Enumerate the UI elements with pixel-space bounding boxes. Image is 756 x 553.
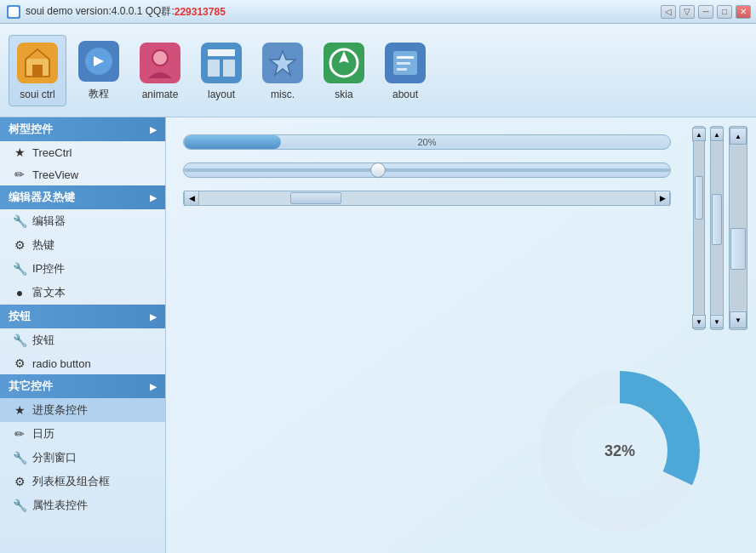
horizontal-scrollbar[interactable]: ◀ ▶: [183, 191, 671, 206]
toolbar-label-about: about: [392, 88, 418, 100]
sidebar-group-arrow-other-controls: ▶: [150, 382, 157, 391]
vscroll3-thumb[interactable]: [730, 228, 746, 270]
sidebar-group-label-editor-hotkey: 编辑器及热键: [9, 190, 75, 205]
content-area: 20% ◀ ▶ ▲ ▼: [166, 117, 756, 553]
sidebar-item-icon-hotkey: ⚙: [12, 238, 27, 252]
svg-rect-0: [9, 7, 19, 17]
svg-rect-10: [208, 49, 235, 56]
vscroll1-thumb[interactable]: [695, 176, 703, 219]
svg-rect-18: [397, 62, 410, 65]
vscroll3-down-button[interactable]: ▼: [730, 311, 747, 328]
toolbar-label-misc: misc.: [271, 88, 295, 100]
vscroll1-up-button[interactable]: ▲: [692, 128, 706, 141]
sidebar-group-other-controls[interactable]: 其它控件▶: [0, 374, 165, 398]
title-qq: 229313785: [175, 6, 226, 18]
vscroll1-down-button[interactable]: ▼: [692, 315, 706, 328]
sidebar-item-label-richtext: 富文本: [32, 285, 66, 300]
extra-btn-1[interactable]: ◁: [661, 5, 676, 19]
toolbar-item-animate[interactable]: animate: [131, 36, 189, 105]
toolbar-icon-layout: [199, 41, 243, 85]
sidebar-item-label-ip-ctrl: IP控件: [32, 261, 65, 276]
sidebar-item-icon-editor: 🔧: [12, 214, 27, 228]
hscroll-right-button[interactable]: ▶: [655, 191, 670, 206]
toolbar-label-soui-ctrl: soui ctrl: [20, 88, 54, 100]
main-area: 树型控件▶★TreeCtrl✏TreeView编辑器及热键▶🔧编辑器⚙热键🔧IP…: [0, 117, 756, 553]
sidebar-group-editor-hotkey[interactable]: 编辑器及热键▶: [0, 185, 165, 209]
sidebar-item-icon-richtext: ●: [12, 286, 27, 299]
toolbar-item-layout[interactable]: layout: [192, 36, 250, 105]
vscroll3-track: [730, 145, 747, 311]
sidebar-item-label-calendar: 日历: [32, 426, 54, 442]
toolbar-label-layout: layout: [208, 88, 235, 100]
sidebar-item-listbox-combo[interactable]: ⚙列表框及组合框: [0, 470, 165, 493]
sidebar-item-label-treectrl: TreeCtrl: [32, 146, 72, 159]
vscroll2-track: [711, 142, 723, 314]
sidebar-group-buttons[interactable]: 按钮▶: [0, 305, 165, 328]
toolbar-icon-tutorial: [77, 39, 121, 83]
vscroll2-up-button[interactable]: ▲: [710, 128, 724, 141]
sidebar-item-label-hotkey: 热键: [32, 237, 54, 253]
vertical-scrollbar-2[interactable]: ▲ ▼: [710, 126, 724, 330]
sidebar-item-treectrl[interactable]: ★TreeCtrl: [0, 141, 165, 163]
slider-container[interactable]: [183, 162, 671, 178]
sidebar-item-label-property-grid: 属性表控件: [32, 498, 88, 513]
toolbar-item-tutorial[interactable]: 教程: [70, 34, 128, 106]
title-text: soui demo version:4.0.0.1 QQ群:: [26, 4, 175, 19]
sidebar-item-ip-ctrl[interactable]: 🔧IP控件: [0, 257, 165, 281]
sidebar-item-icon-listbox-combo: ⚙: [12, 475, 27, 488]
toolbar-item-about[interactable]: about: [376, 36, 434, 105]
vertical-scrollbar-3[interactable]: ▲ ▼: [729, 126, 747, 330]
minimize-button[interactable]: ─: [698, 5, 713, 19]
slider-thumb[interactable]: [370, 162, 386, 178]
hscroll-track: [199, 191, 655, 205]
toolbar-icon-about: [383, 41, 427, 85]
sidebar-group-label-other-controls: 其它控件: [9, 379, 53, 394]
sidebar-item-label-radio-button: radio button: [32, 357, 91, 370]
sidebar-group-arrow-tree-controls: ▶: [150, 125, 157, 134]
sidebar-item-editor[interactable]: 🔧编辑器: [0, 209, 165, 233]
close-button[interactable]: ✕: [736, 5, 751, 19]
svg-rect-9: [201, 43, 242, 83]
sidebar-item-treeview[interactable]: ✏TreeView: [0, 163, 165, 185]
sidebar-item-button[interactable]: 🔧按钮: [0, 328, 165, 352]
sidebar-item-icon-progress: ★: [12, 403, 27, 417]
sidebar-item-progress[interactable]: ★进度条控件: [0, 398, 165, 422]
sidebar-item-label-editor: 编辑器: [32, 214, 66, 229]
sidebar-item-icon-radio-button: ⚙: [12, 356, 27, 370]
sidebar-group-label-buttons: 按钮: [9, 309, 31, 324]
toolbar-item-misc[interactable]: misc.: [254, 36, 312, 105]
svg-point-8: [152, 50, 168, 66]
donut-chart: 32%: [535, 366, 705, 536]
scrollbar-demo-area: 20% ◀ ▶: [183, 134, 671, 206]
toolbar-icon-animate: [138, 41, 182, 85]
sidebar-item-icon-calendar: ✏: [12, 427, 27, 441]
extra-btn-2[interactable]: ▽: [679, 5, 695, 19]
sidebar-item-property-grid[interactable]: 🔧属性表控件: [0, 493, 165, 517]
window-controls: ◁ ▽ ─ □ ✕: [661, 5, 751, 19]
hscroll-thumb[interactable]: [290, 192, 341, 204]
vertical-scrollbar-1[interactable]: ▲ ▼: [693, 126, 705, 330]
toolbar-item-skia[interactable]: skia: [315, 36, 373, 105]
sidebar-item-icon-ip-ctrl: 🔧: [12, 262, 27, 276]
svg-rect-17: [397, 56, 414, 59]
hscroll-left-button[interactable]: ◀: [184, 191, 199, 206]
donut-label: 32%: [604, 442, 635, 460]
vscroll2-down-button[interactable]: ▼: [710, 315, 724, 328]
sidebar-item-hotkey[interactable]: ⚙热键: [0, 233, 165, 257]
progress-bar-fill: [184, 135, 281, 149]
vscroll3-up-button[interactable]: ▲: [730, 128, 747, 145]
sidebar-item-calendar[interactable]: ✏日历: [0, 422, 165, 446]
svg-rect-19: [397, 68, 407, 71]
sidebar-group-tree-controls[interactable]: 树型控件▶: [0, 117, 165, 141]
sidebar-item-split-window[interactable]: 🔧分割窗口: [0, 446, 165, 470]
sidebar-item-radio-button[interactable]: ⚙radio button: [0, 352, 165, 374]
maximize-button[interactable]: □: [717, 5, 732, 19]
sidebar-item-icon-button: 🔧: [12, 334, 27, 347]
sidebar: 树型控件▶★TreeCtrl✏TreeView编辑器及热键▶🔧编辑器⚙热键🔧IP…: [0, 117, 166, 553]
vscroll2-thumb[interactable]: [712, 194, 722, 246]
sidebar-item-label-progress: 进度条控件: [32, 402, 88, 418]
toolbar-item-soui-ctrl[interactable]: soui ctrl: [9, 35, 66, 106]
sidebar-item-icon-treectrl: ★: [12, 145, 27, 159]
sidebar-item-richtext[interactable]: ●富文本: [0, 281, 165, 305]
sidebar-item-label-treeview: TreeView: [32, 168, 78, 181]
